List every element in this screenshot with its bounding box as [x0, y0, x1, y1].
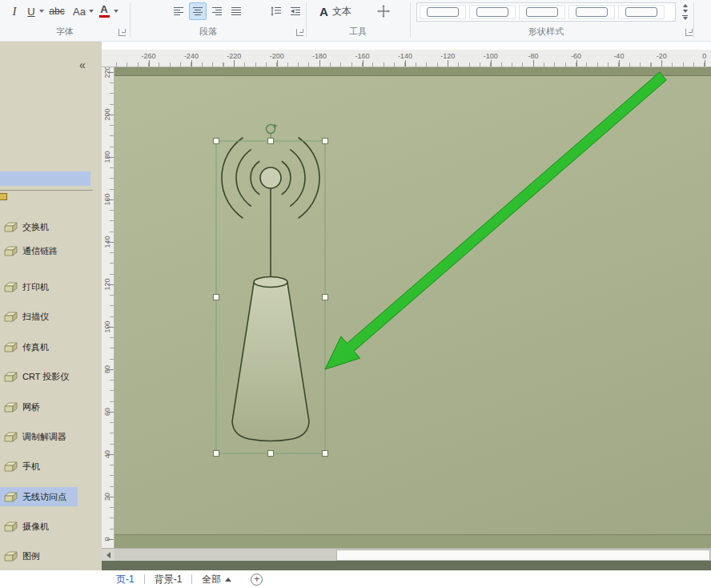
stencil-item-label: 图例: [22, 550, 40, 562]
selection-handle[interactable]: [214, 295, 219, 300]
insert-page-button[interactable]: +: [251, 574, 263, 586]
ruler-tick: [107, 454, 114, 455]
gallery-more-icon[interactable]: [682, 15, 688, 20]
underline-dropdown-caret-icon[interactable]: [39, 10, 44, 13]
scroll-left-button[interactable]: [102, 549, 114, 561]
tab-divider: [191, 574, 192, 584]
gallery-scroll-down-icon[interactable]: [683, 10, 688, 13]
align-left-button[interactable]: [170, 2, 187, 20]
selection-handle[interactable]: [323, 451, 328, 457]
shape-style-preview[interactable]: [519, 5, 565, 19]
text-tool-button[interactable]: A 文本: [312, 2, 359, 20]
gallery-scroll-up-icon[interactable]: [683, 4, 688, 7]
tab-page-1[interactable]: 页-1: [116, 573, 135, 586]
stencil-item[interactable]: 图例: [0, 546, 78, 566]
stencil-item[interactable]: CRT 投影仪: [0, 367, 78, 386]
change-case-button[interactable]: Aa: [70, 2, 88, 20]
stencil-item[interactable]: 交换机: [0, 217, 78, 236]
stencil-item-label: 交换机: [22, 221, 49, 233]
ruler-tick: [107, 72, 114, 73]
strikethrough-button[interactable]: abc: [46, 2, 67, 20]
page-tab-bar: 页-1 背景-1 全部 +: [0, 570, 711, 588]
selection-handle[interactable]: [214, 139, 219, 144]
stencil-item[interactable]: 打印机: [0, 277, 78, 296]
rotation-handle-arrow-icon: [274, 124, 278, 129]
stencil-item[interactable]: 无线访问点: [0, 487, 78, 506]
selection-handle[interactable]: [268, 139, 274, 144]
ruler-tick: [107, 242, 114, 243]
all-pages-button[interactable]: 全部: [202, 573, 231, 586]
ruler-tick: [107, 284, 114, 285]
ruler-tick: [107, 115, 114, 115]
shape-style-preview[interactable]: [568, 5, 615, 19]
stencil-item[interactable]: 手机: [0, 457, 78, 476]
stencil-item-label: 打印机: [22, 281, 49, 293]
stencil-item[interactable]: 摄像机: [0, 517, 78, 536]
ruler-label: -140: [393, 52, 417, 60]
scrollbar-thumb[interactable]: [336, 550, 710, 561]
chevron-up-icon: [225, 578, 231, 582]
shape-styles-dialog-launcher[interactable]: [685, 29, 693, 36]
gallery-scroll-controls: [679, 2, 691, 22]
ruler-label: 0: [693, 52, 711, 60]
font-color-button[interactable]: A: [96, 2, 112, 20]
stencil-item-label: 手机: [22, 461, 40, 473]
shape-styles-group-label: 形状样式: [410, 26, 682, 38]
tab-divider: [144, 574, 145, 584]
indent-icon: [290, 6, 301, 16]
align-right-button[interactable]: [208, 2, 226, 20]
case-dropdown-caret-icon[interactable]: [89, 10, 94, 13]
shape-3d-icon: [4, 492, 18, 502]
indent-button[interactable]: [287, 2, 304, 20]
shape-3d-icon: [4, 282, 18, 292]
rotation-handle[interactable]: [267, 125, 275, 134]
ribbon: I U abc Aa A 字体: [0, 0, 711, 42]
stencil-item[interactable]: 调制解调器: [0, 427, 78, 446]
font-color-dropdown-caret-icon[interactable]: [114, 10, 118, 13]
ruler-tick: [576, 60, 577, 66]
align-center-icon: [192, 6, 203, 16]
stencil-item-label: 通信链路: [22, 245, 58, 257]
ruler-tick: [405, 60, 406, 66]
ruler-label: -180: [307, 52, 331, 60]
stencil-item[interactable]: 通信链路: [0, 241, 78, 260]
underline-button[interactable]: U: [24, 2, 38, 20]
ruler-tick: [533, 60, 534, 66]
pointer-tool-button[interactable]: [373, 2, 394, 20]
ruler-tick: [705, 60, 705, 66]
ruler-tick: [619, 60, 620, 66]
paragraph-group-label: 段落: [130, 26, 287, 38]
shape-style-preview[interactable]: [469, 5, 516, 19]
drawing-canvas[interactable]: [114, 67, 711, 548]
canvas-drawing-layer[interactable]: [114, 67, 711, 548]
selection-handle[interactable]: [323, 295, 328, 300]
shape-style-preview[interactable]: [420, 5, 466, 19]
shape-style-preview[interactable]: [618, 5, 665, 19]
paragraph-dialog-launcher[interactable]: [296, 29, 303, 36]
selection-handle[interactable]: [323, 139, 328, 144]
stencil-item[interactable]: 网桥: [0, 397, 78, 417]
align-center-button[interactable]: [189, 2, 207, 20]
font-color-letter: A: [100, 5, 107, 14]
vertical-ruler: 220200180160140120100806040200: [102, 67, 114, 548]
stencil-panel: « 交换机 通信链路 打印机: [0, 42, 102, 570]
shape-3d-icon: [4, 246, 18, 256]
stencil-item[interactable]: 传真机: [0, 337, 78, 356]
selection-handle[interactable]: [214, 451, 219, 457]
status-strip: [102, 561, 711, 570]
ruler-tick: [107, 539, 114, 540]
italic-button[interactable]: I: [6, 2, 22, 20]
wireless-access-point-shape[interactable]: [222, 138, 319, 441]
selection-handle[interactable]: [268, 451, 274, 457]
justify-icon: [231, 6, 242, 16]
ruler-tick: [277, 60, 278, 66]
justify-button[interactable]: [227, 2, 245, 20]
horizontal-scrollbar[interactable]: [102, 548, 711, 561]
ruler-tick: [107, 327, 114, 328]
line-spacing-button[interactable]: [267, 2, 285, 20]
ruler-label: -260: [137, 52, 161, 60]
horizontal-ruler: -260-240-220-200-180-160-140-120-100-80-…: [114, 50, 711, 67]
tab-background-1[interactable]: 背景-1: [155, 573, 183, 586]
pointer-tool-icon: [377, 5, 390, 18]
stencil-item[interactable]: 扫描仪: [0, 307, 78, 326]
